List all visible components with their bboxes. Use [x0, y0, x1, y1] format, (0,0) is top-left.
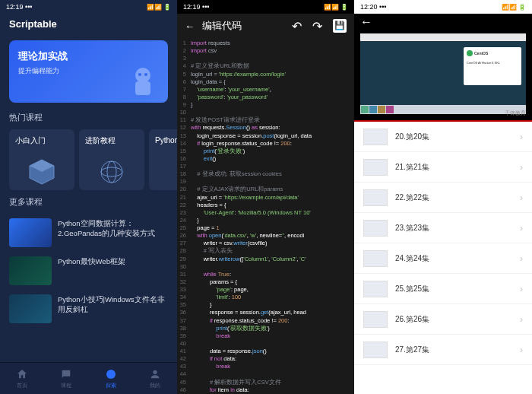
video-player[interactable]: CentOS CentOS At HackerX SKL 千锋教育	[354, 30, 532, 122]
list-item[interactable]: Python空间数据计算：2.GeoPandas的几种安装方式	[9, 214, 168, 252]
svg-point-2	[138, 73, 141, 76]
status-bar: 12:19 ••• 📶📶 🔋	[177, 0, 354, 14]
list-item[interactable]: Python小技巧|Windows文件名非用反斜杠	[9, 290, 168, 328]
svg-point-6	[107, 161, 116, 183]
status-bar: 12:19 ••• 📶📶 🔋	[0, 0, 177, 14]
app-title: Scriptable	[0, 14, 177, 34]
tab-courses[interactable]: 课程	[60, 368, 72, 389]
episode-list[interactable]: 20.第20集›21.第21集›22.第22集›23.第23集›24.第24集›…	[354, 122, 532, 394]
course-card[interactable]: Python 基	[149, 129, 177, 190]
editor-header: ← 编辑代码 ↶ ↷ 💾	[177, 14, 354, 38]
svg-point-5	[101, 167, 122, 176]
user-icon	[149, 368, 161, 380]
course-thumb	[9, 256, 52, 285]
hot-courses: 小白入门 进阶教程 Python 基	[0, 126, 177, 193]
scriptable-app: 12:19 ••• 📶📶 🔋 Scriptable 理论加实战 提升编程能力 热…	[0, 0, 177, 394]
chevron-right-icon: ›	[520, 223, 523, 234]
course-card[interactable]: 进阶教程	[79, 129, 144, 190]
chevron-right-icon: ›	[520, 345, 523, 355]
section-more-label: 更多课程	[0, 193, 177, 211]
compass-icon	[105, 368, 117, 380]
chevron-right-icon: ›	[520, 132, 523, 142]
chevron-right-icon: ›	[520, 284, 523, 294]
tab-me[interactable]: 我的	[149, 368, 161, 389]
chat-icon	[60, 368, 72, 380]
episode-thumb	[363, 189, 388, 206]
episode-thumb	[363, 129, 388, 145]
tab-home[interactable]: 首页	[16, 368, 28, 389]
cube-icon	[26, 158, 58, 186]
episode-thumb	[363, 250, 388, 267]
course-thumb	[9, 218, 52, 247]
back-icon[interactable]: ←	[185, 21, 195, 32]
hero-banner[interactable]: 理论加实战 提升编程能力	[9, 40, 168, 103]
tab-bar: 首页 课程 探索 我的	[0, 362, 177, 394]
episode-thumb	[363, 281, 388, 297]
code-editor-app: 12:19 ••• 📶📶 🔋 ← 编辑代码 ↶ ↷ 💾 1import requ…	[177, 0, 354, 394]
watermark: 千锋教育	[505, 110, 526, 117]
more-courses: Python空间数据计算：2.GeoPandas的几种安装方式 Python最快…	[0, 211, 177, 362]
svg-point-3	[144, 73, 147, 76]
episode-item[interactable]: 23.第23集›	[354, 213, 532, 243]
episode-thumb	[363, 220, 388, 237]
episode-item[interactable]: 21.第21集›	[354, 152, 532, 183]
video-nav: ←	[354, 14, 532, 30]
section-hot-label: 热门课程	[0, 109, 177, 126]
episode-thumb	[363, 342, 388, 358]
svg-point-7	[106, 370, 116, 379]
chevron-right-icon: ›	[520, 192, 523, 203]
episode-item[interactable]: 24.第24集›	[354, 243, 532, 274]
back-icon[interactable]: ←	[360, 15, 372, 29]
slide: CentOS CentOS At HackerX SKL	[464, 47, 521, 85]
tab-explore[interactable]: 探索	[105, 368, 117, 389]
save-icon[interactable]: 💾	[333, 19, 347, 33]
editor-title: 编辑代码	[202, 19, 242, 33]
chevron-right-icon: ›	[520, 162, 523, 173]
svg-rect-1	[135, 81, 150, 95]
video-content: CentOS CentOS At HackerX SKL	[360, 33, 526, 114]
episode-thumb	[363, 159, 388, 176]
list-item[interactable]: Python最快Web框架	[9, 252, 168, 290]
episode-item[interactable]: 27.第27集›	[354, 335, 532, 365]
episode-item[interactable]: 26.第26集›	[354, 304, 532, 335]
globe-icon	[96, 158, 128, 186]
episode-item[interactable]: 25.第25集›	[354, 274, 532, 304]
code-area[interactable]: 1import requests2import csv34# 定义登录URL和数…	[177, 38, 354, 394]
episode-thumb	[363, 311, 388, 328]
course-card[interactable]: 小白入门	[9, 129, 74, 190]
status-bar: 12:20 ••• 📶📶 🔋	[354, 0, 532, 14]
course-thumb	[9, 294, 52, 323]
home-icon	[16, 368, 28, 380]
svg-point-4	[101, 161, 122, 183]
redo-icon[interactable]: ↷	[312, 19, 322, 33]
video-course-app: 12:20 ••• 📶📶 🔋 ← CentOS CentOS At Hacker…	[354, 0, 532, 394]
svg-point-0	[135, 68, 150, 83]
svg-point-8	[153, 370, 157, 373]
robot-icon	[124, 62, 162, 100]
episode-item[interactable]: 22.第22集›	[354, 183, 532, 213]
chevron-right-icon: ›	[520, 314, 523, 325]
episode-item[interactable]: 20.第20集›	[354, 122, 532, 152]
undo-icon[interactable]: ↶	[292, 19, 302, 33]
chevron-right-icon: ›	[520, 253, 523, 264]
